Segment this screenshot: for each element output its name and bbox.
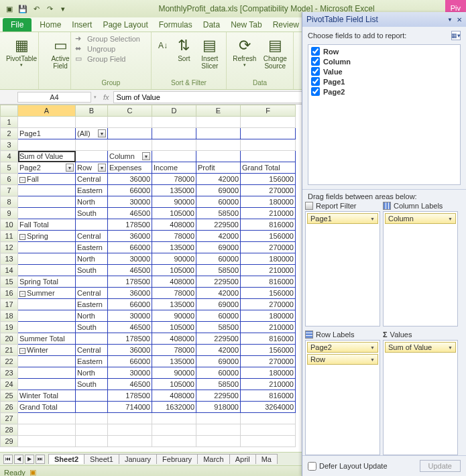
cell-C2[interactable] [108,128,152,139]
cell-C21[interactable]: 36000 [108,345,152,356]
col-header-D[interactable]: D [152,105,196,117]
cell-C15[interactable]: 178500 [108,276,152,288]
cell-B3[interactable] [76,139,108,151]
cell-A10[interactable]: Fall Total [18,219,76,231]
field-list-dropdown-icon[interactable]: ▼ [447,17,453,23]
cell-E22[interactable]: 69000 [196,356,241,367]
cell-A4[interactable]: Sum of Value [18,151,76,162]
cell-A25[interactable]: Winter Total [18,390,76,402]
cell-B29[interactable] [76,436,108,447]
cell-F26[interactable]: 3264000 [241,402,296,413]
cell-F28[interactable] [241,424,296,436]
chevron-down-icon[interactable]: ▼ [448,217,453,221]
cell-D15[interactable]: 408000 [152,276,196,288]
field-list-close-icon[interactable]: ✕ [457,16,462,23]
cell-D21[interactable]: 78000 [152,345,196,356]
cell-B10[interactable] [76,219,108,231]
area-field-column[interactable]: Column▼ [385,213,456,224]
row-header-1[interactable]: 1 [1,117,18,128]
sort-asc-button[interactable]: A↓ [154,34,172,72]
cell-C8[interactable]: 30000 [108,196,152,208]
cell-E18[interactable]: 60000 [196,310,241,322]
redo-icon[interactable]: ↷ [44,3,55,14]
cell-E1[interactable] [196,117,241,128]
undo-icon[interactable]: ↶ [31,3,42,14]
cell-D14[interactable]: 105000 [152,265,196,276]
tab-nav-first[interactable]: ⏮ [3,455,13,464]
area-field-sum-of-value[interactable]: Sum of Value▼ [385,342,456,353]
cell-D4[interactable] [152,151,196,162]
refresh-button[interactable]: ⟳Refresh▾ [229,34,260,72]
cell-B21[interactable]: Central [76,345,108,356]
cell-E6[interactable]: 42000 [196,174,241,185]
cell-F20[interactable]: 816000 [241,333,296,345]
cell-A14[interactable] [18,265,76,276]
cell-A21[interactable]: −Winter [18,345,76,356]
col-header-F[interactable]: F [241,105,296,117]
row-header-8[interactable]: 8 [1,196,18,208]
cell-B23[interactable]: North [76,367,108,379]
chevron-down-icon[interactable]: ▼ [370,357,375,362]
macro-record-icon[interactable]: ▣ [30,468,36,476]
col-header-C[interactable]: C [108,105,152,117]
cell-C4[interactable]: Column▼ [108,151,152,162]
cell-A29[interactable] [18,436,76,447]
cell-A28[interactable] [18,424,76,436]
values-area[interactable]: Sum of Value▼ [383,340,458,455]
cell-E23[interactable]: 60000 [196,367,241,379]
row-header-14[interactable]: 14 [1,265,18,276]
row-header-22[interactable]: 22 [1,356,18,367]
row-header-15[interactable]: 15 [1,276,18,288]
tab-formulas[interactable]: Formulas [154,18,198,32]
area-field-page1[interactable]: Page1▼ [307,213,378,224]
cell-E9[interactable]: 58500 [196,208,241,219]
cell-F5[interactable]: Grand Total [241,162,296,174]
cell-D26[interactable]: 1632000 [152,402,196,413]
cell-C26[interactable]: 714000 [108,402,152,413]
cell-D20[interactable]: 408000 [152,333,196,345]
cell-D1[interactable] [152,117,196,128]
tab-nav-next[interactable]: ▶ [25,455,34,464]
cell-E21[interactable]: 42000 [196,345,241,356]
area-field-page2[interactable]: Page2▼ [307,342,378,353]
cell-F23[interactable]: 180000 [241,367,296,379]
sheet-tab-sheet2[interactable]: Sheet2 [48,454,84,464]
cell-D9[interactable]: 105000 [152,208,196,219]
chevron-down-icon[interactable]: ▼ [448,345,453,350]
cell-B18[interactable]: North [76,310,108,322]
cell-B22[interactable]: Eastern [76,356,108,367]
row-header-20[interactable]: 20 [1,333,18,345]
group-field-button[interactable]: ▭Group Field [74,54,148,64]
cell-C7[interactable]: 66000 [108,185,152,196]
cell-A7[interactable] [18,185,76,196]
cell-F11[interactable]: 156000 [241,231,296,242]
cell-D12[interactable]: 135000 [152,242,196,253]
collapse-icon[interactable]: − [19,177,25,183]
row-header-27[interactable]: 27 [1,413,18,424]
cell-B2[interactable]: (All)▼ [76,128,108,139]
row-header-9[interactable]: 9 [1,208,18,219]
cell-E20[interactable]: 229500 [196,333,241,345]
chevron-down-icon[interactable]: ▼ [370,345,375,350]
cell-C20[interactable]: 178500 [108,333,152,345]
cell-F2[interactable] [241,128,296,139]
cell-E13[interactable]: 60000 [196,253,241,265]
cell-B12[interactable]: Eastern [76,242,108,253]
cell-A27[interactable] [18,413,76,424]
cell-C16[interactable]: 36000 [108,288,152,299]
area-field-row[interactable]: Row▼ [307,354,378,365]
cell-A3[interactable] [18,139,76,151]
cell-A9[interactable] [18,208,76,219]
cell-B13[interactable]: North [76,253,108,265]
field-checkbox[interactable] [311,47,320,56]
cell-D29[interactable] [152,436,196,447]
cell-C18[interactable]: 30000 [108,310,152,322]
cell-E19[interactable]: 58500 [196,322,241,333]
tab-home[interactable]: Home [34,18,66,32]
cell-E16[interactable]: 42000 [196,288,241,299]
cell-C23[interactable]: 30000 [108,367,152,379]
cell-A20[interactable]: Summer Total [18,333,76,345]
field-row[interactable]: Row [311,46,457,56]
insert-slicer-button[interactable]: ▤Insert Slicer [196,34,223,72]
cell-B9[interactable]: South [76,208,108,219]
